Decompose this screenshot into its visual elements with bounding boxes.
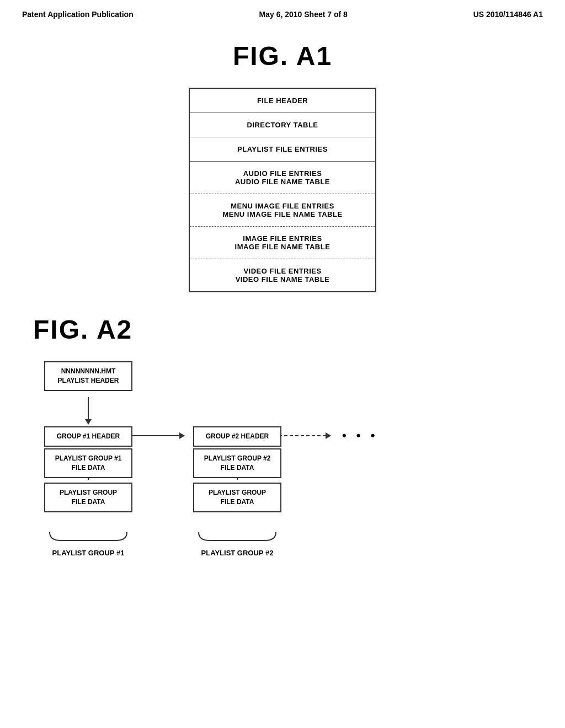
fig-a2-diagram: NNNNNNNN.HMTPLAYLIST HEADER GROUP #1 HEA…: [33, 361, 486, 571]
svg-marker-3: [179, 432, 185, 439]
row-directory-table: DIRECTORY TABLE: [190, 113, 375, 137]
fig-a2-section: FIG. A2 NNNNNNNN.: [0, 292, 565, 587]
row-menu-entries: MENU IMAGE FILE ENTRIESMENU IMAGE FILE N…: [190, 194, 375, 227]
fig-a1-title: FIG. A1: [233, 41, 332, 71]
group2-data1: PLAYLIST GROUP #2FILE DATA: [193, 448, 281, 478]
group2-label: PLAYLIST GROUP #2: [193, 549, 281, 557]
header-middle: May 6, 2010 Sheet 7 of 8: [259, 10, 348, 19]
group1-data2: PLAYLIST GROUPFILE DATA: [44, 483, 132, 512]
svg-marker-6: [326, 432, 331, 439]
group1-data1: PLAYLIST GROUP #1FILE DATA: [44, 448, 132, 478]
group1-label: PLAYLIST GROUP #1: [44, 549, 132, 557]
header-left: Patent Application Publication: [22, 10, 134, 19]
fig-a2-title: FIG. A2: [33, 314, 132, 345]
header-right: US 2010/114846 A1: [473, 10, 543, 19]
group2-header: GROUP #2 HEADER: [193, 426, 281, 447]
svg-marker-1: [85, 419, 92, 425]
fig-a1-section: FIG. A1 FILE HEADER DIRECTORY TABLE PLAY…: [0, 24, 565, 292]
row-file-header: FILE HEADER: [190, 89, 375, 113]
continuation-dots: • • •: [342, 429, 378, 443]
group2-data2: PLAYLIST GROUPFILE DATA: [193, 483, 281, 512]
row-playlist-entries: PLAYLIST FILE ENTRIES: [190, 137, 375, 162]
row-image-entries: IMAGE FILE ENTRIESIMAGE FILE NAME TABLE: [190, 227, 375, 259]
row-video-entries: VIDEO FILE ENTRIESVIDEO FILE NAME TABLE: [190, 259, 375, 291]
fig-a1-diagram: FILE HEADER DIRECTORY TABLE PLAYLIST FIL…: [189, 88, 376, 292]
row-audio-entries: AUDIO FILE ENTRIESAUDIO FILE NAME TABLE: [190, 162, 375, 194]
page-header: Patent Application Publication May 6, 20…: [0, 0, 565, 24]
group1-header: GROUP #1 HEADER: [44, 426, 132, 447]
top-box: NNNNNNNN.HMTPLAYLIST HEADER: [44, 361, 132, 391]
